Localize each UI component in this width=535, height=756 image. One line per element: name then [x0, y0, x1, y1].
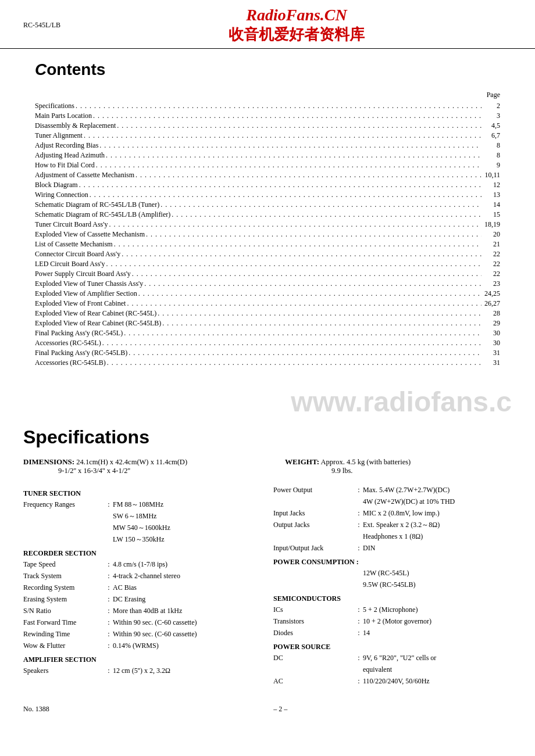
toc-dots: . . . . . . . . . . . . . . . . . . . . …	[107, 359, 482, 367]
spec-row: Recording System:AC Bias	[23, 582, 262, 593]
toc-dots: . . . . . . . . . . . . . . . . . . . . …	[158, 309, 482, 318]
toc-page: 31	[483, 359, 500, 367]
spec-section-title: SEMICONDUCTORS	[273, 594, 512, 603]
toc-page: 29	[483, 319, 500, 328]
spec-name	[23, 511, 105, 521]
toc-row: Exploded View of Amplifier Section . . .…	[35, 289, 500, 298]
spec-row: equivalent	[273, 664, 512, 675]
spec-row: Speakers:12 cm (5'') x 2, 3.2Ω	[23, 665, 262, 676]
toc-row: Exploded View of Front Cabinet . . . . .…	[35, 299, 500, 308]
spec-section-title: AMPLIFIER SECTION	[23, 655, 262, 664]
spec-name	[273, 531, 355, 542]
toc-label: Exploded View of Tuner Chassis Ass'y	[35, 280, 143, 288]
spec-name: Recording System	[23, 582, 105, 593]
specs-right-column: Power Output:Max. 5.4W (2.7W+2.7W)(DC)4W…	[273, 485, 512, 687]
toc-row: Exploded View of Cassette Mechanism . . …	[35, 230, 500, 239]
brand-name: RadioFans.CN	[81, 6, 512, 24]
toc-row: Schematic Diagram of RC-545L/LB (Amplifi…	[35, 210, 500, 219]
spec-row: MW 540～1600kHz	[23, 522, 262, 533]
spec-colon: :	[355, 676, 363, 686]
spec-section-title: RECORDER SECTION	[23, 549, 262, 558]
watermark-section: www.radiofans.c	[0, 386, 535, 421]
spec-value: More than 40dB at 1kHz	[113, 605, 262, 616]
spec-row: DC:9V, 6 "R20", "U2" cells or	[273, 653, 512, 663]
weight-label: WEIGHT:	[285, 457, 319, 466]
spec-row: 4W (2W+2W)(DC) at 10% THD	[273, 496, 512, 507]
toc-dots: . . . . . . . . . . . . . . . . . . . . …	[90, 191, 482, 199]
spec-row: S/N Ratio:More than 40dB at 1kHz	[23, 605, 262, 616]
spec-row: LW 150～350kHz	[23, 534, 262, 544]
toc-dots: . . . . . . . . . . . . . . . . . . . . …	[127, 299, 482, 308]
dimensions-line: DIMENSIONS: 24.1cm(H) x 42.4cm(W) x 11.4…	[23, 457, 512, 475]
spec-name: AC	[273, 676, 355, 686]
page-header: RC-545L/LB RadioFans.CN 收音机爱好者资料库	[0, 0, 535, 49]
spec-value: 0.14% (WRMS)	[113, 640, 262, 651]
spec-row: Headphones x 1 (8Ω)	[273, 531, 512, 542]
toc-page: 31	[483, 349, 500, 357]
toc-dots: . . . . . . . . . . . . . . . . . . . . …	[129, 349, 482, 357]
toc-row: Specifications . . . . . . . . . . . . .…	[35, 102, 500, 110]
spec-name	[273, 496, 355, 507]
toc-row: Accessories (RC-545LB) . . . . . . . . .…	[35, 359, 500, 367]
spec-row: 12W (RC-545L)	[273, 568, 512, 578]
spec-name: Power Output	[273, 485, 355, 495]
spec-value: FM 88～108MHz	[113, 499, 262, 510]
toc-page: 30	[483, 339, 500, 347]
toc-dots: . . . . . . . . . . . . . . . . . . . . …	[138, 289, 482, 298]
spec-row: AC:110/220/240V, 50/60Hz	[273, 676, 512, 686]
page-footer: No. 1388 – 2 –	[0, 699, 535, 719]
toc-label: Tuner Alignment	[35, 131, 83, 140]
spec-value: Within 90 sec. (C-60 cassette)	[113, 617, 262, 628]
spec-name	[273, 579, 355, 590]
spec-colon: :	[355, 653, 363, 663]
spec-name: Input Jacks	[273, 508, 355, 518]
spec-colon: :	[105, 640, 113, 651]
toc-row: Wiring Connection . . . . . . . . . . . …	[35, 191, 500, 199]
toc-row: Exploded View of Rear Cabinet (RC-545L) …	[35, 309, 500, 318]
toc-page: 30	[483, 329, 500, 338]
toc-row: Tuner Circuit Board Ass'y . . . . . . . …	[35, 220, 500, 229]
toc-row: Power Supply Circuit Board Ass'y . . . .…	[35, 270, 500, 278]
toc-row: LED Circuit Board Ass'y . . . . . . . . …	[35, 260, 500, 268]
spec-value: 9.5W (RC-545LB)	[363, 579, 512, 590]
dim-left: DIMENSIONS: 24.1cm(H) x 42.4cm(W) x 11.4…	[23, 457, 250, 475]
spec-colon	[105, 534, 113, 544]
toc-dots: . . . . . . . . . . . . . . . . . . . . …	[102, 339, 482, 347]
toc-page-header: Page	[35, 91, 500, 102]
toc-row: Block Diagram . . . . . . . . . . . . . …	[35, 181, 500, 189]
spec-colon: :	[355, 508, 363, 518]
spec-colon: :	[105, 594, 113, 604]
toc-label: Exploded View of Cassette Mechanism	[35, 230, 145, 239]
spec-name: Transistors	[273, 616, 355, 626]
weight-approx: Approx.	[320, 458, 344, 466]
toc-label: Final Packing Ass'y (RC-545LB)	[35, 349, 127, 357]
toc-dots: . . . . . . . . . . . . . . . . . . . . …	[144, 280, 482, 288]
spec-colon: :	[105, 582, 113, 593]
specifications-section: Specifications DIMENSIONS: 24.1cm(H) x 4…	[0, 427, 535, 699]
toc-label: How to Fit Dial Cord	[35, 161, 95, 170]
spec-colon	[355, 568, 363, 578]
spec-value: Max. 5.4W (2.7W+2.7W)(DC)	[363, 485, 512, 495]
toc-page: 9	[483, 161, 500, 170]
toc-label: Connector Circuit Board Ass'y	[35, 250, 120, 259]
watermark: www.radiofans.c	[291, 386, 512, 418]
spec-row: Tape Speed:4.8 cm/s (1-7/8 ips)	[23, 559, 262, 569]
spec-colon: :	[105, 617, 113, 628]
toc-label: Exploded View of Front Cabinet	[35, 299, 126, 308]
toc-items-container: Specifications . . . . . . . . . . . . .…	[35, 102, 500, 367]
toc-page: 21	[483, 240, 500, 249]
toc-label: Main Parts Location	[35, 112, 92, 120]
toc-page: 23	[483, 280, 500, 288]
toc-page: 12	[483, 181, 500, 189]
toc-page: 13	[483, 191, 500, 199]
weight-val1: 4.5 kg (with batteries)	[347, 458, 411, 466]
toc-label: Wiring Connection	[35, 191, 88, 199]
toc-page: 8	[483, 151, 500, 160]
spec-colon: :	[105, 665, 113, 676]
spec-colon: :	[105, 559, 113, 569]
spec-name: Speakers	[23, 665, 105, 676]
spec-section-title: TUNER SECTION	[23, 489, 262, 498]
footer-page-number: – 2 –	[273, 705, 287, 714]
toc-dots: . . . . . . . . . . . . . . . . . . . . …	[106, 151, 482, 160]
spec-row: Wow & Flutter:0.14% (WRMS)	[23, 640, 262, 651]
